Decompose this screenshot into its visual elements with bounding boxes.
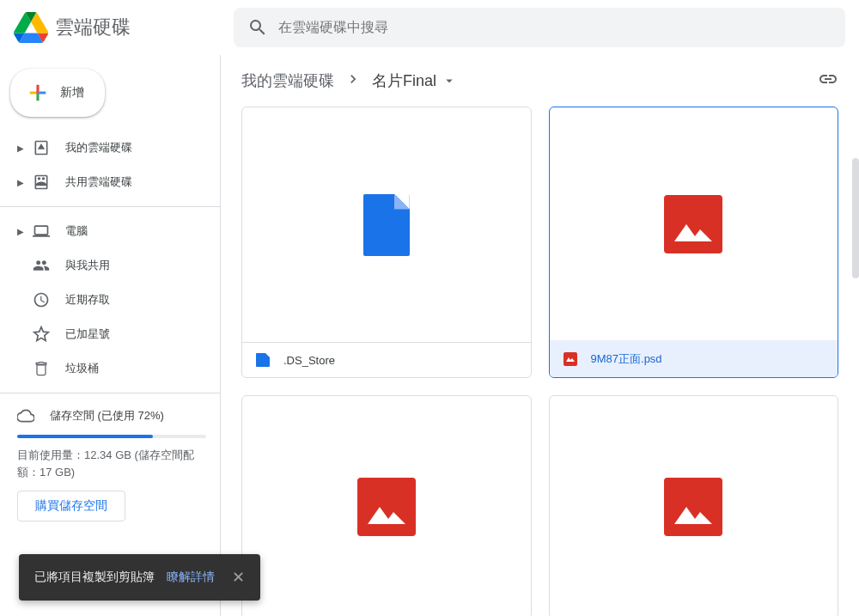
- breadcrumb: 我的雲端硬碟 名片Final: [221, 55, 859, 107]
- chevron-right-icon: ▶: [17, 178, 27, 187]
- clock-icon: [33, 291, 50, 308]
- divider: [0, 393, 220, 393]
- file-card[interactable]: 9M87正面.psd: [549, 107, 839, 378]
- file-footer: .DS_Store: [242, 342, 531, 377]
- file-card[interactable]: .DS_Store: [241, 107, 532, 378]
- nav-label: 我的雲端硬碟: [65, 140, 132, 156]
- search-input[interactable]: [278, 20, 832, 35]
- file-name: .DS_Store: [283, 354, 335, 367]
- drive-logo-icon: [14, 10, 48, 45]
- file-icon: [363, 194, 410, 256]
- dropdown-icon: [442, 73, 457, 88]
- sidebar-item-computer[interactable]: ▶ 電腦: [0, 214, 220, 248]
- chevron-right-icon: ▶: [17, 143, 27, 153]
- file-preview: [242, 396, 531, 616]
- breadcrumb-current-label: 名片Final: [372, 70, 436, 91]
- computer-icon: [33, 223, 50, 240]
- chevron-right-icon: [344, 70, 362, 91]
- divider: [0, 206, 220, 207]
- plus-icon: [26, 81, 50, 105]
- storage-label: 儲存空間 (已使用 72%): [50, 408, 164, 424]
- nav-label: 共用雲端硬碟: [65, 174, 132, 190]
- image-icon: [664, 478, 722, 536]
- file-footer: 9M87正面.psd: [550, 340, 838, 377]
- sidebar: 新增 ▶ 我的雲端硬碟 ▶ 共用雲端硬碟 ▶ 電腦 與我共用 近期存取: [0, 55, 220, 616]
- new-button[interactable]: 新增: [10, 69, 105, 117]
- scrollbar[interactable]: [852, 158, 859, 278]
- file-preview: [242, 107, 531, 342]
- content: 我的雲端硬碟 名片Final .DS_Store: [220, 55, 859, 616]
- sidebar-item-shared[interactable]: 與我共用: [0, 248, 220, 283]
- sidebar-item-storage[interactable]: 儲存空間 (已使用 72%): [17, 407, 206, 424]
- nav-label: 與我共用: [65, 258, 110, 273]
- sidebar-item-recent[interactable]: 近期存取: [0, 283, 220, 317]
- shared-drive-icon: [33, 174, 50, 191]
- image-icon: [357, 478, 416, 536]
- chevron-right-icon: ▶: [17, 227, 27, 236]
- breadcrumb-parent[interactable]: 我的雲端硬碟: [241, 70, 334, 91]
- drive-icon: [33, 139, 50, 156]
- file-card[interactable]: [241, 395, 532, 616]
- file-preview: [550, 107, 838, 340]
- nav-label: 已加星號: [65, 326, 110, 342]
- file-name: 9M87正面.psd: [591, 351, 662, 367]
- files-grid: .DS_Store 9M87正面.psd: [221, 107, 859, 616]
- trash-icon: [33, 360, 50, 377]
- nav-label: 近期存取: [65, 292, 110, 308]
- new-button-label: 新增: [60, 85, 84, 101]
- file-card[interactable]: [549, 395, 839, 616]
- link-icon[interactable]: [818, 69, 838, 93]
- storage-usage-text: 目前使用量：12.34 GB (儲存空間配額：17 GB): [17, 447, 206, 480]
- breadcrumb-current[interactable]: 名片Final: [372, 70, 457, 91]
- breadcrumb-path: 我的雲端硬碟 名片Final: [241, 70, 457, 91]
- sidebar-item-shareddrive[interactable]: ▶ 共用雲端硬碟: [0, 165, 220, 199]
- logo-area[interactable]: 雲端硬碟: [14, 10, 234, 45]
- buy-storage-button[interactable]: 購買儲存空間: [17, 491, 125, 521]
- close-icon[interactable]: ✕: [232, 568, 245, 587]
- storage-fill: [17, 435, 153, 438]
- cloud-icon: [17, 407, 34, 424]
- nav-label: 垃圾桶: [65, 361, 99, 376]
- image-icon: [664, 195, 722, 253]
- toast-link[interactable]: 瞭解詳情: [167, 570, 215, 585]
- sidebar-item-trash[interactable]: 垃圾桶: [0, 351, 220, 386]
- app-title: 雲端硬碟: [55, 15, 131, 40]
- search-icon: [247, 17, 268, 38]
- people-icon: [33, 257, 50, 274]
- file-preview: [550, 396, 838, 616]
- toast: 已將項目複製到剪貼簿 瞭解詳情 ✕: [19, 554, 260, 601]
- nav-label: 電腦: [65, 223, 88, 239]
- star-icon: [33, 326, 50, 343]
- main: 新增 ▶ 我的雲端硬碟 ▶ 共用雲端硬碟 ▶ 電腦 與我共用 近期存取: [0, 55, 859, 616]
- storage-bar: [17, 435, 206, 438]
- sidebar-item-mydrive[interactable]: ▶ 我的雲端硬碟: [0, 131, 220, 165]
- header: 雲端硬碟: [0, 0, 859, 55]
- search-bar[interactable]: [234, 8, 845, 47]
- file-type-icon: [256, 353, 270, 367]
- image-type-icon: [564, 352, 577, 366]
- sidebar-item-starred[interactable]: 已加星號: [0, 317, 220, 351]
- toast-message: 已將項目複製到剪貼簿: [34, 570, 155, 585]
- storage-section: 儲存空間 (已使用 72%) 目前使用量：12.34 GB (儲存空間配額：17…: [0, 400, 220, 528]
